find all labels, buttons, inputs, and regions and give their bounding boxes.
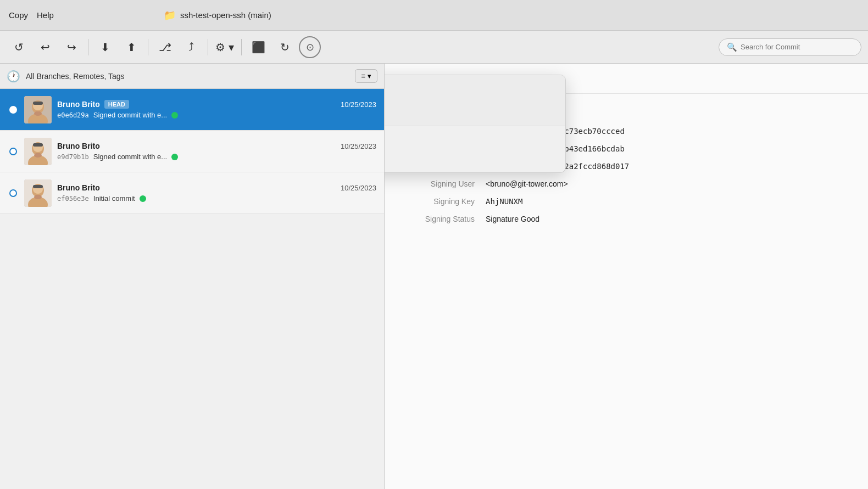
svg-rect-4 bbox=[33, 102, 43, 105]
left-panel: 🕐 All Branches, Remotes, Tags ≡ ▾ bbox=[0, 64, 385, 489]
svg-rect-6 bbox=[35, 111, 41, 114]
search-icon: 🔍 bbox=[727, 42, 737, 52]
refresh-button[interactable]: ↻ bbox=[272, 35, 297, 59]
commit-msg-2: Signed commit with e... bbox=[93, 153, 167, 161]
branches-menu-button[interactable]: ≡ ▾ bbox=[355, 69, 377, 83]
commit-author-1: Bruno Brito bbox=[57, 100, 100, 109]
popup-status-row: Status: Signature Good ? bbox=[385, 151, 554, 164]
menu-bar: Copy Help bbox=[9, 10, 54, 20]
commit-date-3: 10/25/2023 bbox=[341, 184, 376, 192]
detail-row-signing-key: Signing Key AhjNUNXM bbox=[385, 193, 868, 210]
svg-rect-11 bbox=[33, 143, 43, 147]
toolbar: ↺ ↩ ↪ ⬇ ⬆ ⎇ ⤴ ⚙ ▾ ⬛ ↻ ⊙ 🔍 bbox=[0, 31, 868, 64]
graph-col-2 bbox=[8, 148, 19, 155]
popup-body: Signing Key: AhjNUNXM Status: Signature … bbox=[385, 126, 565, 172]
commit-info-2: Bruno Brito 10/25/2023 e9d79b1b Signed c… bbox=[57, 142, 376, 161]
forward-button[interactable]: ↪ bbox=[59, 35, 84, 59]
popup-signing-key-row: Signing Key: AhjNUNXM bbox=[385, 135, 554, 145]
fetch-button[interactable]: ⬇ bbox=[93, 35, 117, 59]
signing-user-label: Signing User bbox=[398, 179, 486, 188]
filter-button[interactable]: ⚙ ▾ bbox=[213, 35, 237, 59]
signing-user-value: <bruno@git-tower.com> bbox=[486, 179, 568, 188]
commit-author-2: Bruno Brito bbox=[57, 142, 100, 150]
copy-menu[interactable]: Copy bbox=[9, 10, 28, 20]
commit-date-1: 10/25/2023 bbox=[341, 100, 376, 109]
signing-status-value: Signature Good bbox=[486, 215, 539, 223]
separator-3 bbox=[208, 39, 208, 55]
commit-row[interactable]: Bruno Brito HEAD 10/25/2023 e0e6d29a Sig… bbox=[0, 89, 384, 131]
commit-date-2: 10/25/2023 bbox=[341, 142, 376, 150]
commit-info-1: Bruno Brito HEAD 10/25/2023 e0e6d29a Sig… bbox=[57, 100, 376, 119]
signing-key-label: Signing Key bbox=[398, 197, 486, 206]
avatar-2 bbox=[24, 138, 52, 165]
separator-1 bbox=[88, 39, 88, 55]
avatar-1 bbox=[24, 96, 52, 123]
signing-status-label: Signing Status bbox=[398, 215, 486, 223]
commit-msg-1: Signed commit with e... bbox=[93, 111, 167, 119]
signing-popup[interactable]: bruno@git-tower.com Signing Key: AhjNUNX… bbox=[385, 75, 566, 173]
main-layout: 🕐 All Branches, Remotes, Tags ≡ ▾ bbox=[0, 64, 868, 489]
signed-dot-1 bbox=[171, 112, 178, 119]
commit-info-3: Bruno Brito 10/25/2023 ef056e3e Initial … bbox=[57, 183, 376, 203]
repo-title: 📁 ssh-test-open-ssh (main) bbox=[164, 9, 271, 21]
commit-row[interactable]: Bruno Brito 10/25/2023 ef056e3e Initial … bbox=[0, 172, 384, 214]
title-bar: Copy Help 📁 ssh-test-open-ssh (main) bbox=[0, 0, 868, 31]
back-button[interactable]: ↩ bbox=[33, 35, 57, 59]
popup-header: bruno@git-tower.com bbox=[385, 75, 565, 126]
download-button[interactable]: ⊙ bbox=[299, 36, 321, 58]
avatar-3 bbox=[24, 179, 52, 207]
commit-hash-1: e0e6d29a bbox=[57, 111, 89, 119]
menu-icon: ≡ bbox=[361, 72, 365, 80]
commit-hash-2: e9d79b1b bbox=[57, 153, 89, 161]
commit-list: Bruno Brito HEAD 10/25/2023 e0e6d29a Sig… bbox=[0, 89, 384, 489]
graph-col-3 bbox=[8, 189, 19, 197]
commit-hash-3: ef056e3e bbox=[57, 195, 89, 203]
svg-rect-13 bbox=[35, 153, 41, 156]
stash-button[interactable]: ⤴ bbox=[179, 35, 203, 59]
graph-col-1 bbox=[8, 106, 19, 114]
help-menu[interactable]: Help bbox=[37, 10, 54, 20]
svg-rect-20 bbox=[35, 195, 41, 198]
detail-row-signing-user: Signing User <bruno@git-tower.com> bbox=[385, 175, 868, 193]
commit-author-3: Bruno Brito bbox=[57, 183, 100, 192]
graph-dot-2 bbox=[9, 148, 17, 155]
detail-row-signing-status: Signing Status Signature Good bbox=[385, 210, 868, 228]
terminal-button[interactable]: ⬛ bbox=[246, 35, 270, 59]
push-button[interactable]: ⬆ bbox=[119, 35, 143, 59]
folder-icon: 📁 bbox=[164, 9, 176, 21]
branches-label: All Branches, Remotes, Tags bbox=[26, 72, 125, 81]
branch-button[interactable]: ⎇ bbox=[153, 35, 177, 59]
svg-rect-18 bbox=[33, 185, 43, 188]
right-panel: e0e6d29a Refs HEAD main Commit Hash e0e6… bbox=[385, 64, 868, 489]
graph-dot-1 bbox=[9, 106, 17, 114]
search-box[interactable]: 🔍 bbox=[719, 38, 861, 56]
commit-row[interactable]: Bruno Brito 10/25/2023 e9d79b1b Signed c… bbox=[0, 131, 384, 172]
head-badge-1: HEAD bbox=[104, 100, 129, 109]
branches-bar: 🕐 All Branches, Remotes, Tags ≡ ▾ bbox=[0, 64, 384, 89]
signed-dot-2 bbox=[171, 154, 178, 160]
separator-2 bbox=[148, 39, 148, 55]
commit-msg-3: Initial commit bbox=[93, 194, 135, 203]
signing-key-value: AhjNUNXM bbox=[486, 197, 522, 206]
graph-dot-3 bbox=[9, 189, 17, 197]
search-input[interactable] bbox=[741, 43, 853, 51]
chevron-down-icon: ▾ bbox=[368, 72, 371, 80]
separator-4 bbox=[241, 39, 242, 55]
repo-name: ssh-test-open-ssh (main) bbox=[180, 10, 271, 20]
history-icon: 🕐 bbox=[7, 70, 20, 83]
undo-button[interactable]: ↺ bbox=[7, 35, 31, 59]
signed-dot-3 bbox=[140, 195, 146, 202]
